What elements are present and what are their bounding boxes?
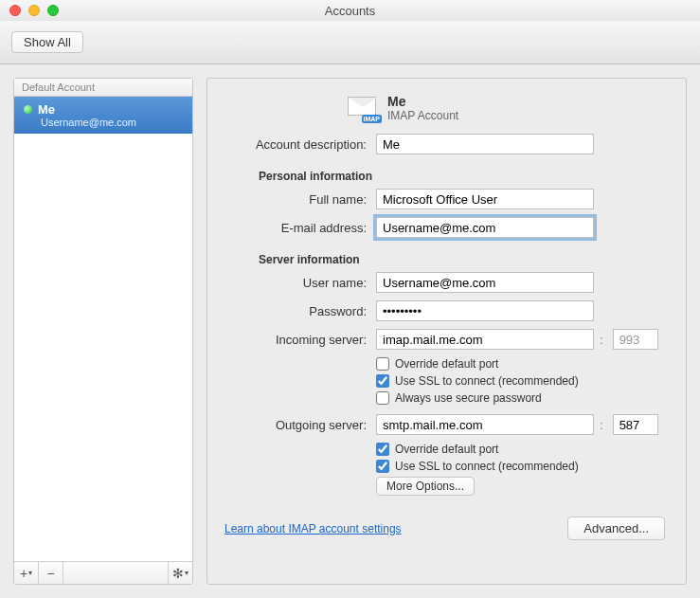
show-all-button[interactable]: Show All — [11, 31, 83, 53]
password-input[interactable] — [376, 300, 594, 321]
imap-badge: IMAP — [362, 115, 383, 123]
outgoing-server-input[interactable] — [376, 414, 594, 435]
port-separator: : — [600, 418, 603, 432]
incoming-secure-pw-checkbox[interactable] — [376, 391, 389, 405]
description-label: Account description: — [224, 137, 376, 152]
advanced-button[interactable]: Advanced... — [567, 516, 665, 540]
window-title: Accounts — [0, 4, 700, 18]
outgoing-label: Outgoing server: — [224, 418, 376, 432]
account-details-panel: IMAP Me IMAP Account Account description… — [206, 78, 687, 585]
minimize-window-button[interactable] — [28, 5, 40, 16]
account-subtitle: IMAP Account — [387, 109, 458, 122]
close-window-button[interactable] — [9, 5, 21, 16]
plus-icon: + — [20, 566, 27, 581]
settings-menu-button[interactable]: ✻▾ — [168, 562, 192, 584]
mail-icon: IMAP — [348, 97, 378, 119]
dropdown-caret-icon: ▾ — [185, 569, 188, 577]
minus-icon: − — [46, 566, 54, 581]
gear-icon: ✻ — [172, 566, 184, 581]
accounts-list: Me Username@me.com — [14, 97, 192, 561]
password-label: Password: — [224, 304, 376, 318]
add-account-button[interactable]: +▾ — [14, 562, 39, 584]
outgoing-override-checkbox[interactable] — [376, 443, 389, 456]
more-options-button[interactable]: More Options... — [376, 477, 475, 496]
account-email: Username@me.com — [24, 117, 185, 128]
incoming-ssl-label: Use SSL to connect (recommended) — [395, 374, 579, 388]
zoom-window-button[interactable] — [47, 5, 59, 16]
learn-imap-link[interactable]: Learn about IMAP account settings — [224, 522, 402, 535]
full-name-input[interactable] — [376, 189, 594, 209]
outgoing-port-input[interactable] — [613, 414, 658, 435]
incoming-override-label: Override default port — [395, 357, 498, 371]
server-info-header: Server information — [224, 245, 669, 272]
dropdown-caret-icon: ▾ — [28, 569, 32, 577]
status-online-icon — [24, 105, 32, 114]
personal-info-header: Personal information — [224, 162, 669, 189]
username-label: User name: — [224, 276, 376, 290]
remove-account-button[interactable]: − — [39, 562, 63, 584]
account-name: Me — [38, 102, 55, 117]
port-separator: : — [600, 333, 603, 347]
email-label: E-mail address: — [224, 221, 376, 235]
sidebar-footer: +▾ − ✻▾ — [14, 561, 192, 584]
titlebar: Accounts — [0, 0, 700, 21]
accounts-sidebar: Default Account Me Username@me.com +▾ − … — [13, 78, 193, 585]
full-name-label: Full name: — [224, 192, 376, 207]
sidebar-header: Default Account — [14, 79, 192, 97]
toolbar: Show All — [0, 21, 700, 64]
outgoing-ssl-label: Use SSL to connect (recommended) — [395, 460, 579, 473]
incoming-ssl-checkbox[interactable] — [376, 374, 389, 388]
incoming-override-checkbox[interactable] — [376, 357, 389, 371]
email-input[interactable] — [376, 217, 594, 238]
outgoing-ssl-checkbox[interactable] — [376, 460, 389, 473]
incoming-server-input[interactable] — [376, 329, 594, 350]
incoming-label: Incoming server: — [224, 333, 376, 347]
account-list-item[interactable]: Me Username@me.com — [14, 97, 192, 134]
description-input[interactable] — [376, 134, 594, 154]
incoming-port-input[interactable] — [613, 329, 658, 350]
incoming-secure-pw-label: Always use secure password — [395, 391, 542, 405]
outgoing-override-label: Override default port — [395, 443, 498, 456]
username-input[interactable] — [376, 272, 594, 293]
account-title: Me — [387, 94, 458, 109]
